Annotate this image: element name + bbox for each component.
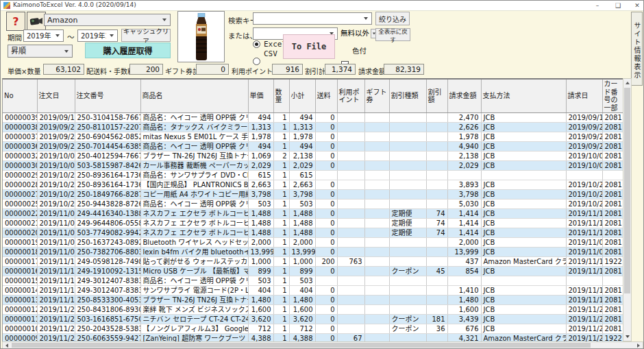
help-button[interactable]: ?: [6, 12, 25, 31]
cell[interactable]: 1,488: [289, 228, 315, 238]
cell[interactable]: [566, 171, 602, 180]
cell[interactable]: 商品名：サンワサプライ DVD・CDペー...: [140, 171, 248, 180]
cell[interactable]: 商品名：ヘイコー 透明 OPP袋 クリスタ...: [140, 200, 248, 209]
cell[interactable]: 2081: [602, 315, 623, 324]
cell[interactable]: 2019/10/21: [566, 180, 602, 190]
cell[interactable]: 250-6904562-0852651: [75, 132, 140, 142]
cell[interactable]: [337, 113, 364, 123]
cell[interactable]: 250-8936164-1736604: [75, 180, 140, 190]
cell[interactable]: [426, 248, 447, 257]
cell[interactable]: [364, 152, 389, 161]
table-row[interactable]: 000000322019/10/02250-4012594-7667047ブラザ…: [3, 152, 623, 161]
cell[interactable]: 1922: [602, 334, 623, 342]
cell[interactable]: [337, 315, 364, 324]
cell[interactable]: 5,030: [447, 200, 481, 209]
cell[interactable]: 712: [289, 324, 315, 334]
cell[interactable]: 2081: [602, 161, 623, 171]
cell[interactable]: 0: [315, 123, 337, 132]
cell[interactable]: [364, 276, 389, 286]
cell[interactable]: [337, 286, 364, 296]
cell[interactable]: クーポン: [389, 315, 426, 324]
cell[interactable]: [602, 276, 623, 286]
table-row[interactable]: 000000372019/09/24250-6904562-0852651mit…: [3, 132, 623, 142]
cell[interactable]: [389, 123, 426, 132]
cell[interactable]: [389, 248, 426, 257]
maximize-icon[interactable]: ❑: [609, 1, 627, 11]
table-row[interactable]: 000000112019/11/24503-1616851-6750223ニチバ…: [3, 315, 623, 324]
cell[interactable]: 1: [273, 296, 289, 305]
cell[interactable]: 2081: [602, 180, 623, 190]
column-header[interactable]: 割引額: [426, 80, 447, 113]
cell[interactable]: サンワサプライ 電源コード(2P・L型コ...: [140, 286, 248, 296]
cell[interactable]: 249-3012407-8383009: [75, 276, 140, 286]
cell[interactable]: [481, 171, 566, 180]
cell[interactable]: Amazon MasterCard クラシ...: [481, 257, 566, 267]
cell[interactable]: 2,626: [447, 123, 481, 132]
cell[interactable]: 4,940: [447, 142, 481, 152]
cell[interactable]: 2019/09/20: [37, 123, 75, 132]
cell[interactable]: [337, 228, 364, 238]
cell[interactable]: 1: [273, 276, 289, 286]
cell[interactable]: [337, 276, 364, 286]
sort-order-select[interactable]: 昇順: [8, 45, 73, 58]
cell[interactable]: [426, 180, 447, 190]
cell[interactable]: JCB: [481, 324, 566, 334]
cell[interactable]: 2019/11/14: [566, 219, 602, 228]
cell[interactable]: 2019/10/26: [37, 200, 75, 209]
cell[interactable]: 定期便: [389, 209, 426, 219]
cell[interactable]: [426, 123, 447, 132]
cell[interactable]: 2019/11/10: [37, 257, 75, 267]
camera-button[interactable]: [27, 12, 46, 31]
cell[interactable]: [426, 257, 447, 267]
to-file-button[interactable]: To File: [283, 34, 335, 59]
cell[interactable]: 2,138: [447, 152, 481, 161]
cell[interactable]: 商品名：ヘイコー 透明 OPP袋 クリスタ...: [140, 113, 248, 123]
cell[interactable]: 2081: [602, 190, 623, 200]
cell[interactable]: 0: [315, 132, 337, 142]
cell[interactable]: 00000017: [3, 257, 37, 267]
cell[interactable]: 00000038: [3, 123, 37, 132]
cell[interactable]: 0: [315, 219, 337, 228]
table-row[interactable]: 000000172019/11/10249-0598128-7498256貼って…: [3, 257, 623, 267]
cell[interactable]: 00000009: [3, 334, 37, 342]
table-row[interactable]: 000000222019/11/01249-4416340-1388638ネスカ…: [3, 209, 623, 219]
cell[interactable]: 2019/09/26: [566, 132, 602, 142]
cell[interactable]: 250-1849766-8287803: [75, 190, 140, 200]
cell[interactable]: [364, 132, 389, 142]
cell[interactable]: [389, 286, 426, 296]
cell[interactable]: 1: [273, 113, 289, 123]
cell[interactable]: 1: [273, 228, 289, 238]
cell[interactable]: [426, 152, 447, 161]
cell[interactable]: 0: [315, 334, 337, 342]
fetch-history-button[interactable]: 購入履歴取得: [85, 43, 171, 58]
cell[interactable]: [364, 315, 389, 324]
cell[interactable]: 00000010: [3, 324, 37, 334]
cell[interactable]: 0: [315, 296, 337, 305]
cell[interactable]: [337, 267, 364, 276]
cell[interactable]: 2019/10/26: [566, 200, 602, 209]
cell[interactable]: 2019/10/02: [37, 152, 75, 161]
cell[interactable]: 1: [273, 238, 289, 248]
cell[interactable]: 0: [315, 267, 337, 276]
cell[interactable]: 249-3012407-8383009: [75, 286, 140, 296]
column-header[interactable]: 請求金額: [447, 80, 481, 113]
cell[interactable]: [389, 305, 426, 315]
cell[interactable]: [337, 161, 364, 171]
cell[interactable]: [447, 171, 481, 180]
cell[interactable]: 0: [315, 228, 337, 238]
cell[interactable]: [364, 190, 389, 200]
cell[interactable]: Micro USB ケーブル 【最新版】マイク...: [140, 267, 248, 276]
cell[interactable]: 2081: [602, 267, 623, 276]
cell[interactable]: [389, 113, 426, 123]
cell[interactable]: [389, 142, 426, 152]
cell[interactable]: 1: [273, 171, 289, 180]
cell[interactable]: [364, 228, 389, 238]
column-header[interactable]: 単価: [248, 80, 273, 113]
cell[interactable]: 0: [315, 286, 337, 296]
cell[interactable]: 3,620: [248, 315, 273, 324]
cell[interactable]: 1: [273, 248, 289, 257]
cell[interactable]: 2081: [602, 286, 623, 296]
cell[interactable]: 2019/10/22: [37, 190, 75, 200]
table-row[interactable]: 000000122019/11/22250-8431806-8930256楽絆 …: [3, 305, 623, 315]
cell[interactable]: [426, 161, 447, 171]
